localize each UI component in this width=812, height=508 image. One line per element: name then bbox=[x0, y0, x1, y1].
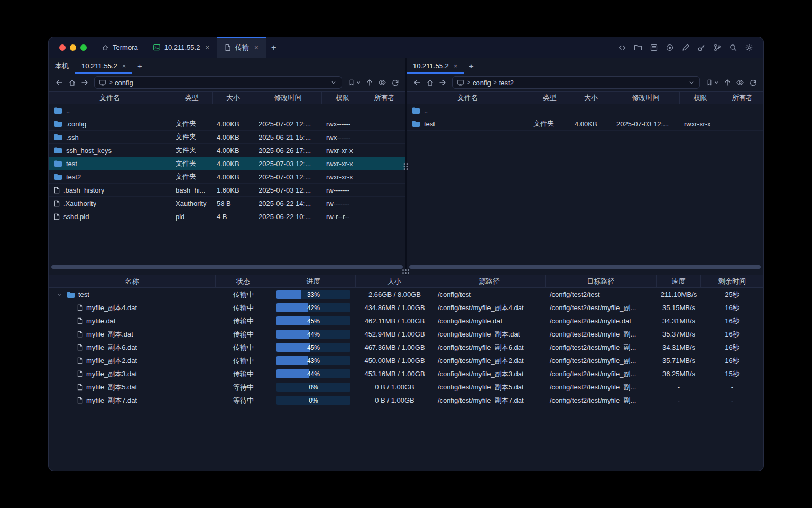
branch-icon[interactable] bbox=[710, 41, 724, 55]
column-header-source[interactable]: 源路径 bbox=[433, 275, 546, 287]
transfer-row[interactable]: myfile_副本7.dat 等待中 0% 0 B / 1.00GB /conf… bbox=[49, 394, 763, 407]
folder-icon[interactable] bbox=[631, 41, 645, 55]
file-row[interactable]: .. bbox=[49, 104, 405, 117]
column-header-type[interactable]: 类型 bbox=[171, 92, 213, 104]
breadcrumb-segment[interactable]: config bbox=[115, 79, 133, 87]
transfer-row[interactable]: test 传输中 33% 2.66GB / 8.00GB /config/tes… bbox=[49, 288, 763, 301]
new-panel-tab-button[interactable]: + bbox=[132, 58, 147, 74]
file-type: bash_hi... bbox=[171, 184, 213, 196]
search-icon[interactable] bbox=[726, 41, 740, 55]
column-header-type[interactable]: 类型 bbox=[529, 92, 570, 104]
file-size: 4.00KB bbox=[213, 144, 254, 157]
minimize-window-button[interactable] bbox=[70, 44, 76, 51]
transfer-splitter-handle[interactable] bbox=[402, 269, 410, 274]
close-tab-button[interactable]: × bbox=[122, 62, 126, 69]
zoom-window-button[interactable] bbox=[80, 44, 87, 51]
file-table-header: 文件名 类型 大小 修改时间 权限 所有者 bbox=[407, 91, 763, 104]
breadcrumb-segment[interactable]: test2 bbox=[499, 79, 514, 87]
file-name-cell: .. bbox=[407, 104, 529, 117]
path-breadcrumb[interactable]: >config bbox=[94, 76, 342, 89]
forward-button[interactable] bbox=[436, 76, 449, 89]
app-tab[interactable]: 传输 × bbox=[217, 37, 266, 58]
column-header-eta[interactable]: 剩余时间 bbox=[701, 275, 763, 287]
transfer-row[interactable]: myfile.dat 传输中 45% 462.11MB / 1.00GB /co… bbox=[49, 314, 763, 328]
chevron-down-icon[interactable] bbox=[688, 79, 695, 86]
new-tab-button[interactable]: + bbox=[266, 37, 282, 58]
file-row[interactable]: .. bbox=[407, 104, 763, 117]
edit-icon[interactable] bbox=[679, 41, 693, 55]
bookmark-button[interactable] bbox=[345, 76, 363, 89]
close-tab-button[interactable]: × bbox=[454, 62, 458, 69]
horizontal-scrollbar[interactable] bbox=[409, 265, 761, 269]
panel-tab[interactable]: 10.211.55.2 × bbox=[407, 58, 464, 74]
file-row[interactable]: test2 文件夹 4.00KB 2025-07-03 12:... rwxr-… bbox=[49, 170, 405, 184]
home-button[interactable] bbox=[66, 76, 78, 89]
column-header-permissions[interactable]: 权限 bbox=[680, 92, 721, 104]
chevron-down-icon[interactable] bbox=[330, 79, 337, 86]
file-permissions: rwx------ bbox=[322, 131, 363, 143]
bookmark-button[interactable] bbox=[703, 76, 721, 89]
close-tab-button[interactable]: × bbox=[205, 44, 209, 51]
transfer-source-path: /config/test/myfile_副本4.dat bbox=[433, 303, 546, 313]
forward-button[interactable] bbox=[78, 76, 91, 89]
chevron-down-icon[interactable] bbox=[56, 292, 63, 297]
file-row[interactable]: test 文件夹 4.00KB 2025-07-03 12:... rwxr-x… bbox=[407, 117, 763, 131]
column-header-progress[interactable]: 进度 bbox=[271, 275, 356, 287]
column-header-speed[interactable]: 速度 bbox=[657, 275, 701, 287]
file-row[interactable]: ssh_host_keys 文件夹 4.00KB 2025-06-26 17:.… bbox=[49, 144, 405, 157]
column-header-size[interactable]: 大小 bbox=[356, 275, 433, 287]
show-hidden-files-button[interactable] bbox=[734, 76, 746, 89]
file-row[interactable]: test 文件夹 4.00KB 2025-07-03 12:... rwxr-x… bbox=[49, 157, 405, 170]
file-row[interactable]: .config 文件夹 4.00KB 2025-07-02 12:... rwx… bbox=[49, 117, 405, 131]
panel-tab[interactable]: 本机 bbox=[49, 58, 75, 74]
close-window-button[interactable] bbox=[59, 44, 66, 51]
app-tab[interactable]: Termora bbox=[94, 37, 145, 58]
file-row[interactable]: sshd.pid pid 4 B 2025-06-22 10:... rw-r-… bbox=[49, 210, 405, 223]
column-header-name[interactable]: 名称 bbox=[49, 275, 216, 287]
log-icon[interactable] bbox=[647, 41, 661, 55]
column-header-filename[interactable]: 文件名 bbox=[49, 92, 171, 104]
code-icon[interactable] bbox=[615, 41, 629, 55]
horizontal-scrollbar[interactable] bbox=[51, 265, 403, 269]
column-header-size[interactable]: 大小 bbox=[213, 92, 254, 104]
parent-directory-button[interactable] bbox=[363, 76, 376, 89]
record-icon[interactable] bbox=[663, 41, 677, 55]
panel-tab[interactable]: 10.211.55.2 × bbox=[75, 58, 132, 74]
settings-icon[interactable] bbox=[742, 41, 756, 55]
refresh-button[interactable] bbox=[746, 76, 759, 89]
transfer-row[interactable]: myfile_副本.dat 传输中 44% 452.94MB / 1.00GB … bbox=[49, 328, 763, 341]
column-header-filename[interactable]: 文件名 bbox=[407, 92, 529, 104]
path-breadcrumb[interactable]: >config>test2 bbox=[452, 76, 700, 89]
file-row[interactable]: .bash_history bash_hi... 1.60KB 2025-07-… bbox=[49, 184, 405, 197]
column-header-permissions[interactable]: 权限 bbox=[322, 92, 363, 104]
back-button[interactable] bbox=[53, 76, 66, 89]
breadcrumb-separator: > bbox=[493, 79, 497, 86]
new-panel-tab-button[interactable]: + bbox=[464, 58, 478, 74]
refresh-button[interactable] bbox=[389, 76, 401, 89]
file-row[interactable]: .Xauthority Xauthority 58 B 2025-06-22 1… bbox=[49, 197, 405, 210]
show-hidden-files-button[interactable] bbox=[376, 76, 389, 89]
splitter-handle-icon[interactable] bbox=[404, 163, 409, 170]
column-header-size[interactable]: 大小 bbox=[570, 92, 612, 104]
column-header-mtime[interactable]: 修改时间 bbox=[254, 92, 322, 104]
key-icon[interactable] bbox=[695, 41, 708, 55]
column-header-target[interactable]: 目标路径 bbox=[546, 275, 657, 287]
transfer-row[interactable]: myfile_副本5.dat 等待中 0% 0 B / 1.00GB /conf… bbox=[49, 380, 763, 394]
breadcrumb-segment[interactable]: config bbox=[473, 79, 491, 87]
transfer-row[interactable]: myfile_副本4.dat 传输中 42% 434.86MB / 1.00GB… bbox=[49, 301, 763, 314]
transfer-eta: 16秒 bbox=[701, 316, 763, 326]
file-list: .. .config 文件夹 4.00KB 2025-07-02 12:... … bbox=[49, 104, 405, 275]
home-button[interactable] bbox=[423, 76, 436, 89]
transfer-row[interactable]: myfile_副本3.dat 传输中 44% 453.16MB / 1.00GB… bbox=[49, 367, 763, 380]
back-button[interactable] bbox=[411, 76, 423, 89]
column-header-mtime[interactable]: 修改时间 bbox=[612, 92, 680, 104]
transfer-row[interactable]: myfile_副本2.dat 传输中 43% 450.00MB / 1.00GB… bbox=[49, 354, 763, 367]
file-row[interactable]: .ssh 文件夹 4.00KB 2025-06-21 15:... rwx---… bbox=[49, 131, 405, 144]
transfer-row[interactable]: myfile_副本6.dat 传输中 45% 467.36MB / 1.00GB… bbox=[49, 341, 763, 354]
parent-directory-button[interactable] bbox=[721, 76, 734, 89]
app-tab[interactable]: 10.211.55.2 × bbox=[145, 37, 217, 58]
close-tab-button[interactable]: × bbox=[254, 44, 259, 51]
column-header-status[interactable]: 状态 bbox=[216, 275, 271, 287]
column-header-owner[interactable]: 所有者 bbox=[721, 92, 763, 104]
column-header-owner[interactable]: 所有者 bbox=[363, 92, 405, 104]
